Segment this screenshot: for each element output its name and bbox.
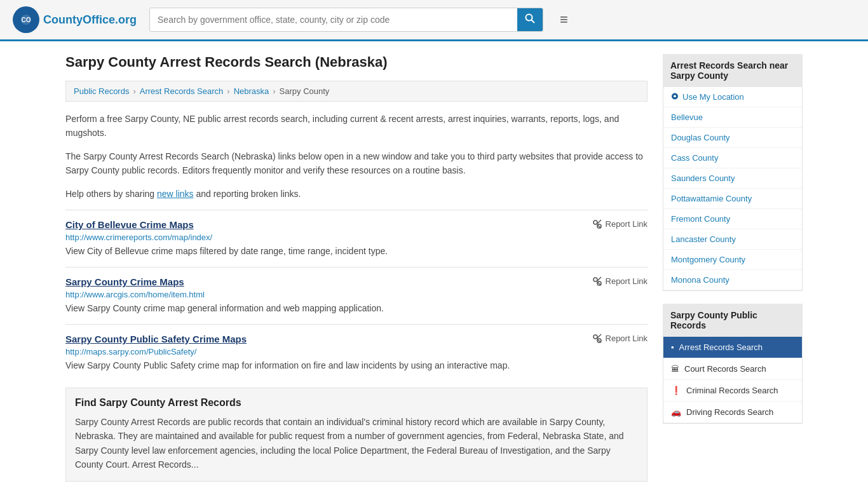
svg-point-18: [674, 95, 676, 97]
description-para3: Help others by sharing new links and rep…: [65, 187, 648, 201]
sidebar-nearby-link-4[interactable]: Pottawattamie County: [663, 189, 802, 209]
sidebar: Arrest Records Search near Sarpy County …: [663, 54, 803, 482]
scissors-icon-1: [592, 276, 602, 287]
location-pin-icon: [671, 93, 679, 102]
find-desc: Sarpy County Arrest Records are public r…: [75, 415, 638, 472]
svg-text:CO: CO: [22, 17, 31, 24]
report-link-0[interactable]: Report Link: [592, 219, 648, 229]
sidebar-nearby-link-7[interactable]: Montgomery County: [663, 250, 802, 270]
scissors-icon-2: [592, 334, 602, 344]
link-desc-0: View City of Bellevue crime maps filtere…: [65, 245, 648, 258]
breadcrumb-arrest-records-search[interactable]: Arrest Records Search: [140, 86, 224, 96]
breadcrumb-public-records[interactable]: Public Records: [74, 86, 129, 96]
link-card-1: Sarpy County Crime Maps Report Link http…: [65, 267, 648, 324]
sidebar-nearby-link-8[interactable]: Monona County: [663, 270, 802, 290]
link-url-1[interactable]: http://www.arcgis.com/home/item.html: [65, 290, 648, 299]
scissors-icon-0: [592, 219, 602, 229]
page-container: Sarpy County Arrest Records Search (Nebr…: [53, 41, 815, 488]
sidebar-records-section: Sarpy County Public Records ▪ Arrest Rec…: [663, 304, 803, 424]
svg-point-5: [593, 220, 597, 224]
report-link-1[interactable]: Report Link: [592, 276, 648, 287]
sidebar-nearby-link-5[interactable]: Fremont County: [663, 209, 802, 229]
sidebar-use-location[interactable]: Use My Location: [663, 87, 802, 107]
breadcrumb-sarpy-county: Sarpy County: [280, 86, 330, 96]
report-link-2[interactable]: Report Link: [592, 334, 648, 344]
records-item-court[interactable]: 🏛 Court Records Search: [663, 358, 802, 380]
arrest-icon: ▪: [671, 342, 674, 352]
records-item-driving[interactable]: 🚗 Driving Records Search: [663, 402, 802, 423]
svg-point-3: [526, 15, 532, 21]
link-card-2: Sarpy County Public Safety Crime Maps Re…: [65, 324, 648, 381]
criminal-icon: ❗: [671, 386, 681, 395]
link-title-0[interactable]: City of Bellevue Crime Maps: [65, 219, 194, 230]
driving-icon: 🚗: [671, 407, 681, 417]
page-title: Sarpy County Arrest Records Search (Nebr…: [65, 54, 648, 71]
link-cards: City of Bellevue Crime Maps Report Link …: [65, 210, 648, 381]
sidebar-nearby-link-2[interactable]: Cass County: [663, 148, 802, 168]
link-title-1[interactable]: Sarpy County Crime Maps: [65, 276, 184, 287]
search-bar: [149, 8, 543, 32]
link-desc-2: View Sarpy County Public Safety crime ma…: [65, 359, 648, 372]
main-content: Sarpy County Arrest Records Search (Nebr…: [65, 54, 648, 482]
records-list: ▪ Arrest Records Search 🏛 Court Records …: [663, 337, 803, 424]
sidebar-nearby-link-3[interactable]: Saunders County: [663, 168, 802, 189]
description-para1: Perform a free Sarpy County, NE public a…: [65, 112, 648, 140]
link-desc-1: View Sarpy County crime map general info…: [65, 302, 648, 315]
svg-point-9: [593, 278, 597, 281]
sidebar-nearby-link-0[interactable]: Bellevue: [663, 107, 802, 128]
svg-line-4: [532, 20, 535, 24]
sidebar-nearby-title: Arrest Records Search near Sarpy County: [663, 54, 803, 87]
link-url-0[interactable]: http://www.crimereports.com/map/index/: [65, 233, 648, 242]
breadcrumb-nebraska[interactable]: Nebraska: [234, 86, 269, 96]
use-location-label: Use My Location: [682, 92, 744, 102]
records-item-arrest[interactable]: ▪ Arrest Records Search: [663, 337, 802, 358]
link-url-2[interactable]: http://maps.sarpy.com/PublicSafety/: [65, 347, 648, 356]
search-input[interactable]: [150, 10, 517, 30]
logo-icon: CO: [13, 6, 39, 33]
logo-text: CountyOffice.org: [43, 13, 137, 27]
sidebar-nearby-link-6[interactable]: Lancaster County: [663, 229, 802, 250]
sidebar-nearby-section: Arrest Records Search near Sarpy County …: [663, 54, 803, 291]
find-title: Find Sarpy County Arrest Records: [75, 397, 638, 409]
link-card-0: City of Bellevue Crime Maps Report Link …: [65, 210, 648, 267]
court-icon: 🏛: [671, 364, 679, 374]
link-title-2[interactable]: Sarpy County Public Safety Crime Maps: [65, 334, 247, 344]
site-header: CO CountyOffice.org ≡: [0, 0, 868, 41]
breadcrumb: Public Records › Arrest Records Search ›…: [65, 81, 648, 102]
sidebar-nearby-links: Use My Location Bellevue Douglas County …: [663, 87, 803, 291]
sidebar-records-title: Sarpy County Public Records: [663, 304, 803, 337]
description-para2: The Sarpy County Arrest Records Search (…: [65, 149, 648, 178]
find-section: Find Sarpy County Arrest Records Sarpy C…: [65, 388, 648, 482]
records-item-criminal[interactable]: ❗ Criminal Records Search: [663, 380, 802, 402]
new-links-link[interactable]: new links: [157, 189, 194, 199]
search-button[interactable]: [517, 8, 543, 31]
menu-icon[interactable]: ≡: [556, 8, 572, 32]
sidebar-nearby-link-1[interactable]: Douglas County: [663, 128, 802, 148]
logo-link[interactable]: CO CountyOffice.org: [13, 6, 137, 33]
